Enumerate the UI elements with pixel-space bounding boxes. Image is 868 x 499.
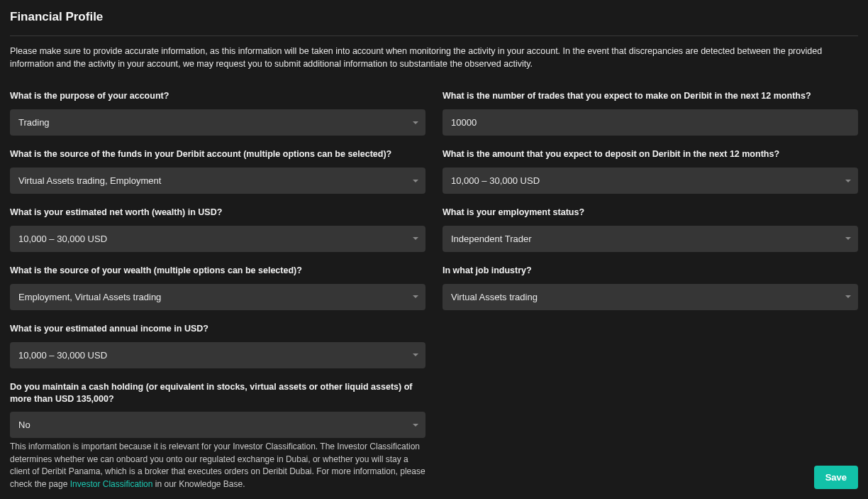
source-wealth-label: What is the source of your wealth (multi… — [10, 265, 425, 277]
job-industry-select[interactable]: Virtual Assets trading — [443, 284, 858, 310]
job-industry-group: In what job industry? Virtual Assets tra… — [443, 265, 858, 310]
chevron-down-icon — [413, 121, 418, 124]
job-industry-value: Virtual Assets trading — [451, 292, 538, 302]
title-divider — [10, 35, 858, 36]
source-funds-group: What is the source of the funds in your … — [10, 148, 425, 194]
cash-holding-select[interactable]: No — [10, 412, 425, 438]
deposit-amount-label: What is the amount that you expect to de… — [443, 148, 858, 160]
purpose-group: What is the purpose of your account? Tra… — [10, 90, 425, 136]
net-worth-value: 10,000 – 30,000 USD — [18, 234, 107, 244]
net-worth-group: What is your estimated net worth (wealth… — [10, 207, 425, 252]
annual-income-select[interactable]: 10,000 – 30,000 USD — [10, 342, 425, 368]
form-columns: What is the purpose of your account? Tra… — [10, 90, 858, 499]
employment-status-group: What is your employment status? Independ… — [443, 207, 858, 252]
deposit-amount-select[interactable]: 10,000 – 30,000 USD — [443, 168, 858, 194]
page-title: Financial Profile — [10, 10, 858, 26]
chevron-down-icon — [413, 424, 418, 427]
source-funds-label: What is the source of the funds in your … — [10, 148, 425, 160]
source-funds-select[interactable]: Virtual Assets trading, Employment — [10, 168, 425, 194]
annual-income-group: What is your estimated annual income in … — [10, 323, 425, 368]
purpose-label: What is the purpose of your account? — [10, 90, 425, 102]
employment-status-label: What is your employment status? — [443, 207, 858, 219]
source-wealth-value: Employment, Virtual Assets trading — [18, 292, 161, 302]
num-trades-label: What is the number of trades that you ex… — [443, 90, 858, 102]
purpose-value: Trading — [18, 117, 50, 128]
annual-income-label: What is your estimated annual income in … — [10, 323, 425, 335]
source-wealth-group: What is the source of your wealth (multi… — [10, 265, 425, 310]
purpose-select[interactable]: Trading — [10, 109, 425, 136]
cash-holding-label: Do you maintain a cash holding (or equiv… — [10, 381, 425, 405]
chevron-down-icon — [413, 295, 418, 298]
net-worth-select[interactable]: 10,000 – 30,000 USD — [10, 226, 425, 252]
employment-status-select[interactable]: Independent Trader — [443, 226, 858, 252]
num-trades-input[interactable] — [443, 109, 858, 136]
cash-holding-value: No — [18, 420, 30, 430]
chevron-down-icon — [413, 237, 418, 240]
deposit-amount-value: 10,000 – 30,000 USD — [451, 175, 540, 186]
annual-income-value: 10,000 – 30,000 USD — [18, 350, 107, 361]
num-trades-group: What is the number of trades that you ex… — [443, 90, 858, 136]
source-funds-value: Virtual Assets trading, Employment — [18, 175, 161, 186]
chevron-down-icon — [413, 180, 418, 182]
help-text-after: in our Knowledge Base. — [152, 479, 245, 489]
net-worth-label: What is your estimated net worth (wealth… — [10, 207, 425, 219]
right-column: What is the number of trades that you ex… — [443, 90, 858, 499]
cash-holding-help: This information is important because it… — [10, 441, 425, 490]
chevron-down-icon — [413, 353, 418, 356]
source-wealth-select[interactable]: Employment, Virtual Assets trading — [10, 284, 425, 310]
chevron-down-icon — [845, 180, 851, 182]
deposit-amount-group: What is the amount that you expect to de… — [443, 148, 858, 194]
employment-status-value: Independent Trader — [451, 234, 531, 244]
save-button[interactable]: Save — [814, 466, 858, 489]
investor-classification-link[interactable]: Investor Classification — [70, 479, 153, 489]
intro-text: Please make sure to provide accurate inf… — [10, 45, 858, 70]
chevron-down-icon — [845, 295, 851, 298]
cash-holding-group: Do you maintain a cash holding (or equiv… — [10, 381, 425, 490]
job-industry-label: In what job industry? — [443, 265, 858, 277]
chevron-down-icon — [845, 237, 851, 240]
left-column: What is the purpose of your account? Tra… — [10, 90, 425, 499]
